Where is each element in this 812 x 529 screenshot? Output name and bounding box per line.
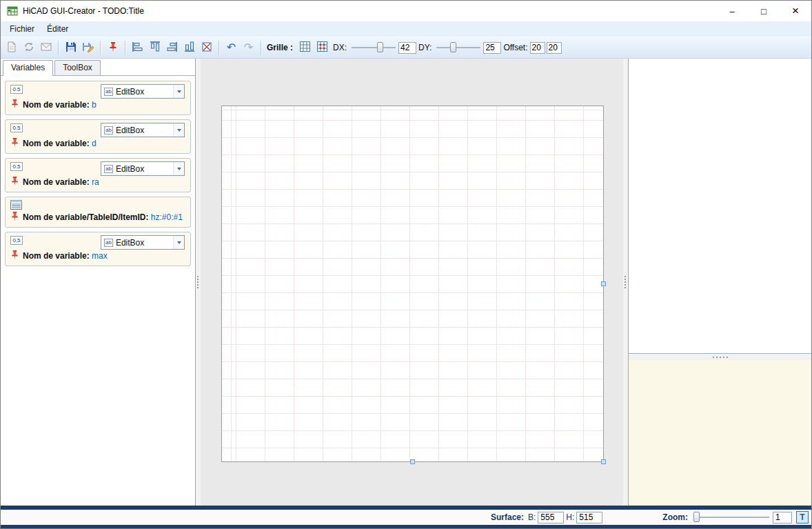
- variable-name-label: Nom de variable:: [23, 139, 90, 148]
- design-canvas[interactable]: [201, 59, 623, 506]
- dropdown-arrow[interactable]: [173, 236, 184, 249]
- dy-input[interactable]: [483, 42, 501, 54]
- close-button[interactable]: ×: [780, 1, 811, 21]
- right-panel-splitter[interactable]: [629, 354, 811, 360]
- save-as-icon: [82, 41, 94, 54]
- editbox-value-icon: 0.5: [10, 236, 23, 245]
- dropdown-value: EditBox: [116, 126, 173, 135]
- pin-variable-button[interactable]: [104, 39, 121, 57]
- pin-icon: [11, 99, 19, 111]
- resize-handle-right[interactable]: [601, 281, 606, 286]
- save-button[interactable]: [62, 39, 79, 57]
- dx-slider[interactable]: [351, 41, 396, 54]
- variable-name-label: Nom de variable:: [23, 251, 90, 261]
- right-panel-bottom-pane[interactable]: [629, 360, 811, 506]
- right-splitter[interactable]: [623, 59, 628, 506]
- zoom-slider-thumb[interactable]: [693, 512, 700, 522]
- editbox-icon: ab: [104, 126, 113, 134]
- variable-row: Nom de variable/TableID/ItemID: hz:#0:#1: [11, 211, 183, 223]
- left-splitter[interactable]: [196, 59, 201, 506]
- dx-input[interactable]: [398, 42, 416, 54]
- variable-item[interactable]: 0.5 ab EditBox Nom de variable: d: [5, 119, 191, 154]
- variable-item[interactable]: 0.5 ab EditBox Nom de variable: ra: [5, 158, 191, 192]
- variable-name-value: b: [92, 100, 97, 110]
- menu-bar: Fichier Éditer: [1, 21, 811, 37]
- form-design-surface[interactable]: [221, 106, 604, 462]
- variable-item[interactable]: 0.5 ab EditBox Nom de variable: max: [5, 232, 191, 266]
- new-form-button[interactable]: [3, 39, 20, 57]
- editbox-value-icon: 0.5: [10, 123, 23, 132]
- dropdown-value: EditBox: [116, 164, 173, 174]
- editbox-icon: ab: [104, 88, 113, 96]
- dx-label: DX:: [333, 43, 347, 52]
- new-form-icon: [6, 41, 17, 54]
- delete-control-button[interactable]: [198, 39, 215, 57]
- zoom-slider[interactable]: [693, 510, 770, 524]
- align-bottom-icon: [184, 41, 195, 54]
- variable-item[interactable]: Nom de variable/TableID/ItemID: hz:#0:#1: [5, 197, 191, 228]
- control-type-dropdown[interactable]: ab EditBox: [101, 123, 185, 137]
- redo-button[interactable]: ↷: [240, 39, 257, 57]
- app-window: HiCAD GUI-Creator - TODO:Title – □ × Fic…: [0, 0, 812, 529]
- save-as-button[interactable]: [79, 39, 97, 57]
- maximize-button[interactable]: □: [748, 1, 780, 21]
- reload-button[interactable]: [20, 39, 37, 57]
- dy-slider-thumb[interactable]: [450, 42, 456, 52]
- align-left-button[interactable]: [129, 39, 146, 57]
- variable-item[interactable]: 0.5 ab EditBox Nom de variable: b: [5, 81, 191, 115]
- bottom-band: [1, 525, 811, 528]
- window-controls: – □ ×: [716, 1, 811, 21]
- variable-row: Nom de variable: b: [11, 99, 97, 111]
- chevron-down-icon: [177, 168, 181, 170]
- chevron-down-icon: [177, 241, 181, 244]
- resize-handle-bottom-right[interactable]: [601, 459, 606, 464]
- editbox-value-icon: 0.5: [10, 85, 23, 94]
- surface-height-input[interactable]: [576, 512, 602, 523]
- dropdown-arrow[interactable]: [173, 162, 184, 175]
- status-bar: Surface: B: H: Zoom: T: [1, 510, 811, 525]
- tab-toolbox[interactable]: ToolBox: [54, 60, 101, 75]
- control-type-dropdown[interactable]: ab EditBox: [101, 84, 185, 99]
- tab-variables[interactable]: Variables: [3, 60, 53, 76]
- dy-slider-track: [436, 47, 480, 48]
- resize-handle-bottom[interactable]: [410, 459, 415, 464]
- control-type-dropdown[interactable]: ab EditBox: [101, 161, 185, 176]
- menu-editer[interactable]: Éditer: [41, 23, 74, 35]
- right-panel: [628, 59, 811, 506]
- snap-grid-button[interactable]: [314, 39, 331, 57]
- surface-width-input[interactable]: [538, 512, 564, 523]
- offset-x-input[interactable]: [530, 42, 545, 54]
- zoom-label: Zoom:: [662, 512, 688, 522]
- undo-button[interactable]: ↶: [223, 39, 240, 57]
- dropdown-arrow[interactable]: [173, 85, 184, 98]
- dy-slider[interactable]: [436, 41, 481, 54]
- zoom-slider-track: [693, 517, 769, 518]
- pin-icon: [11, 211, 19, 223]
- align-right-button[interactable]: [163, 39, 181, 57]
- align-top-button[interactable]: [146, 39, 163, 57]
- zoom-input[interactable]: [773, 512, 792, 523]
- variable-name-value: ra: [92, 177, 99, 187]
- grid-icon: [300, 41, 310, 54]
- toolbar-separator: [125, 41, 125, 55]
- dx-slider-track: [352, 47, 396, 48]
- text-mode-toggle[interactable]: T: [796, 511, 809, 523]
- menu-fichier[interactable]: Fichier: [3, 23, 41, 35]
- envelope-icon: [41, 43, 52, 53]
- control-type-dropdown[interactable]: ab EditBox: [101, 235, 185, 250]
- grid-toggle-button[interactable]: [296, 39, 314, 57]
- dropdown-arrow[interactable]: [173, 123, 184, 137]
- width-label: B:: [528, 512, 536, 522]
- offset-y-input[interactable]: [547, 42, 562, 54]
- redo-icon: ↷: [244, 42, 253, 53]
- dx-slider-thumb[interactable]: [377, 42, 383, 52]
- snap-grid-icon: [317, 41, 327, 54]
- title-bar: HiCAD GUI-Creator - TODO:Title – □ ×: [1, 1, 811, 21]
- right-panel-top-pane[interactable]: [629, 59, 811, 354]
- align-right-icon: [166, 41, 178, 54]
- minimize-button[interactable]: –: [716, 1, 748, 21]
- export-button[interactable]: [37, 39, 54, 57]
- align-bottom-button[interactable]: [181, 39, 198, 57]
- chevron-down-icon: [177, 129, 181, 132]
- height-label: H:: [566, 512, 574, 522]
